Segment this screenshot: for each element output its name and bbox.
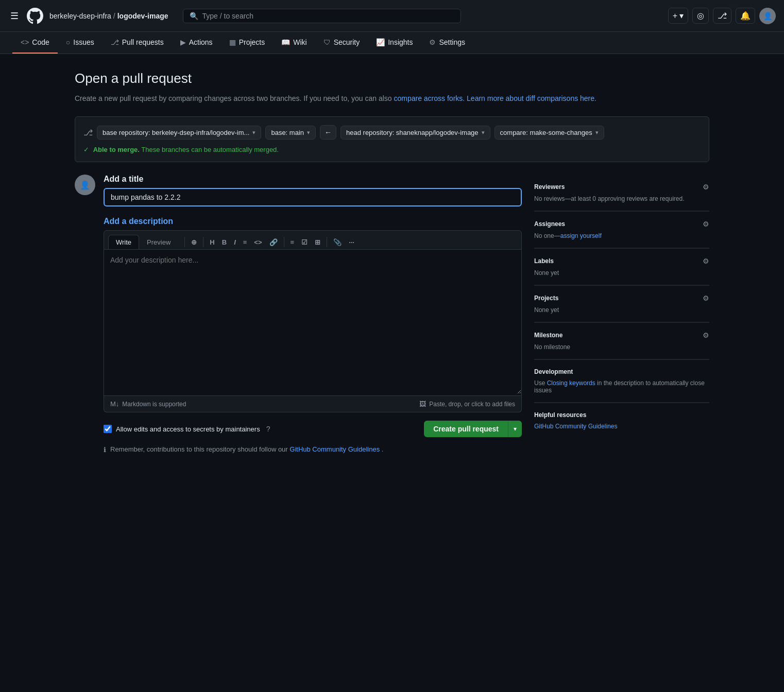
search-container: 🔍 Type / to search: [183, 9, 461, 23]
compare-forks-link[interactable]: compare across forks.: [394, 94, 465, 102]
create-new-button[interactable]: + ▾: [668, 8, 688, 24]
repo-name[interactable]: logodev-image: [117, 12, 168, 20]
link-button[interactable]: 🔗: [266, 236, 281, 248]
labels-gear-icon[interactable]: ⚙: [703, 257, 709, 265]
tab-wiki-label: Wiki: [293, 38, 306, 46]
head-repo-dropdown-icon: ▾: [482, 129, 485, 136]
allow-edits-checkbox[interactable]: [104, 425, 112, 433]
assignees-prefix: No one—: [534, 232, 560, 239]
development-value: Use Closing keywords in the description …: [534, 379, 709, 394]
description-section-label: Add a description: [104, 217, 522, 226]
preview-tab-label: Preview: [147, 238, 171, 246]
assignees-gear-icon[interactable]: ⚙: [703, 220, 709, 228]
allow-edits-label[interactable]: Allow edits and access to secrets by mai…: [104, 425, 260, 433]
tab-issues[interactable]: ○ Issues: [58, 32, 103, 54]
file-upload-info[interactable]: 🖼 Paste, drop, or click to add files: [419, 400, 515, 408]
path-separator: /: [113, 12, 115, 20]
help-icon[interactable]: ?: [266, 425, 270, 433]
projects-gear-icon[interactable]: ⚙: [703, 294, 709, 302]
table-button[interactable]: ⊞: [312, 236, 323, 248]
helpful-community-link[interactable]: GitHub Community Guidelines: [534, 423, 709, 430]
tab-projects[interactable]: ▦ Projects: [221, 32, 274, 54]
bold-button[interactable]: B: [219, 236, 230, 248]
tab-write[interactable]: Write: [108, 235, 139, 249]
pr-icon: ⎇: [718, 11, 727, 21]
description-textarea[interactable]: [104, 250, 521, 394]
editor-toolbar: ⊕ H B I ≡ <> 🔗 ≡ ☑ ⊞: [182, 236, 517, 248]
tab-actions-label: Actions: [189, 38, 213, 46]
editor-body: [104, 250, 522, 396]
search-box[interactable]: 🔍 Type / to search: [183, 9, 461, 23]
helpful-resources-section: Helpful resources GitHub Community Guide…: [534, 403, 709, 430]
community-guidelines-link[interactable]: GitHub Community Guidelines: [289, 445, 380, 453]
image-icon: 🖼: [419, 400, 426, 408]
search-icon: 🔍: [190, 12, 198, 20]
toolbar-divider-3: [284, 237, 284, 247]
tab-pr-label: Pull requests: [122, 38, 164, 46]
reviewers-gear-icon[interactable]: ⚙: [703, 183, 709, 191]
check-icon: ✓: [83, 146, 89, 153]
task-list-button[interactable]: ☑: [298, 236, 311, 248]
labels-value: None yet: [534, 269, 709, 276]
development-section: Development Use Closing keywords in the …: [534, 360, 709, 403]
community-guidelines-note: ℹ Remember, contributions to this reposi…: [104, 445, 522, 454]
milestone-gear-icon[interactable]: ⚙: [703, 331, 709, 339]
base-branch-select[interactable]: base: main ▾: [265, 126, 316, 140]
dropdown-arrow-icon: ▾: [679, 11, 684, 21]
more-button[interactable]: ···: [346, 236, 357, 248]
unordered-list-button[interactable]: ≡: [287, 236, 298, 248]
create-pr-button[interactable]: Create pull request: [424, 421, 508, 437]
tab-security[interactable]: 🛡 Security: [315, 32, 368, 54]
form-bottom-bar: Allow edits and access to secrets by mai…: [104, 421, 522, 437]
copilot-button[interactable]: ⊕: [188, 236, 200, 248]
plus-icon: +: [673, 11, 677, 21]
tab-insights[interactable]: 📈 Insights: [368, 32, 421, 54]
closing-keywords-link[interactable]: Closing keywords: [547, 379, 595, 387]
tab-actions[interactable]: ▶ Actions: [172, 32, 221, 54]
activity-button[interactable]: ◎: [692, 8, 709, 24]
tab-settings[interactable]: ⚙ Settings: [421, 32, 473, 54]
issues-icon: ○: [66, 38, 70, 46]
desc-text-start: Create a new pull request by comparing c…: [75, 94, 392, 102]
main-content: Open a pull request Create a new pull re…: [62, 54, 722, 470]
pr-form: Add a title Add a description Write Prev…: [104, 175, 522, 454]
head-repo-select[interactable]: head repository: shaneknapp/logodev-imag…: [340, 126, 490, 140]
assign-yourself-link[interactable]: assign yourself: [560, 232, 602, 239]
tab-projects-label: Projects: [239, 38, 265, 46]
create-pr-dropdown-button[interactable]: ▾: [508, 421, 522, 437]
swap-branches-button[interactable]: ←: [320, 125, 336, 140]
tab-wiki[interactable]: 📖 Wiki: [273, 32, 315, 54]
pr-title-input[interactable]: [104, 188, 522, 206]
pull-requests-button[interactable]: ⎇: [713, 8, 731, 24]
tab-code[interactable]: <> Code: [12, 32, 58, 54]
tab-preview[interactable]: Preview: [139, 235, 178, 249]
assignees-title: Assignees: [534, 220, 565, 228]
hamburger-button[interactable]: ☰: [8, 8, 21, 24]
compare-bar: ⎇ base repository: berkeley-dsep-infra/l…: [75, 116, 709, 162]
heading-button[interactable]: H: [207, 236, 217, 248]
security-icon: 🛡: [323, 38, 331, 46]
merge-message: These branches can be automatically merg…: [141, 146, 279, 153]
attachment-button[interactable]: 📎: [330, 236, 345, 248]
italic-button[interactable]: I: [231, 236, 239, 248]
pr-sidebar: Reviewers ⚙ No reviews—at least 0 approv…: [534, 175, 709, 454]
code-button[interactable]: <>: [251, 236, 265, 248]
content-layout: 👤 Add a title Add a description Write: [75, 175, 709, 454]
milestone-value: No milestone: [534, 343, 709, 351]
compare-branch-select[interactable]: compare: make-some-changes ▾: [495, 126, 604, 140]
tab-pull-requests[interactable]: ⎇ Pull requests: [103, 32, 172, 54]
write-tab-label: Write: [116, 238, 131, 246]
pr-form-wrapper: 👤 Add a title Add a description Write: [75, 175, 522, 454]
learn-more-link[interactable]: Learn more about diff comparisons here.: [467, 94, 596, 102]
current-user-avatar: 👤: [75, 175, 95, 195]
insights-icon: 📈: [376, 38, 385, 46]
merge-status: ✓ Able to merge. These branches can be a…: [83, 146, 701, 153]
base-branch-label: base: main: [271, 129, 304, 136]
user-avatar[interactable]: 👤: [759, 8, 776, 24]
org-name[interactable]: berkeley-dsep-infra: [49, 12, 111, 20]
projects-header: Projects ⚙: [534, 294, 709, 302]
base-repo-select[interactable]: base repository: berkeley-dsep-infra/log…: [97, 126, 261, 140]
compare-branch-label: compare: make-some-changes: [500, 129, 592, 136]
ordered-list-button[interactable]: ≡: [240, 236, 250, 248]
notifications-button[interactable]: 🔔: [736, 8, 755, 24]
